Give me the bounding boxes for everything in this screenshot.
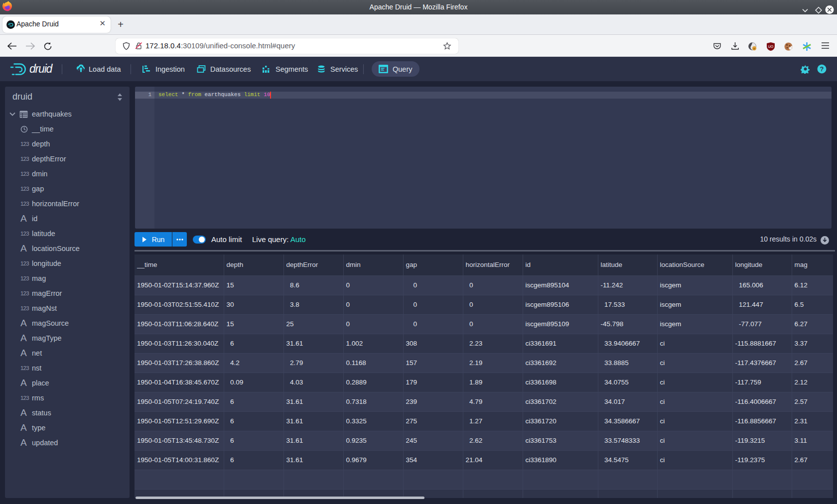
svg-text:UO: UO <box>768 45 774 48</box>
svg-text:?: ? <box>820 65 824 73</box>
